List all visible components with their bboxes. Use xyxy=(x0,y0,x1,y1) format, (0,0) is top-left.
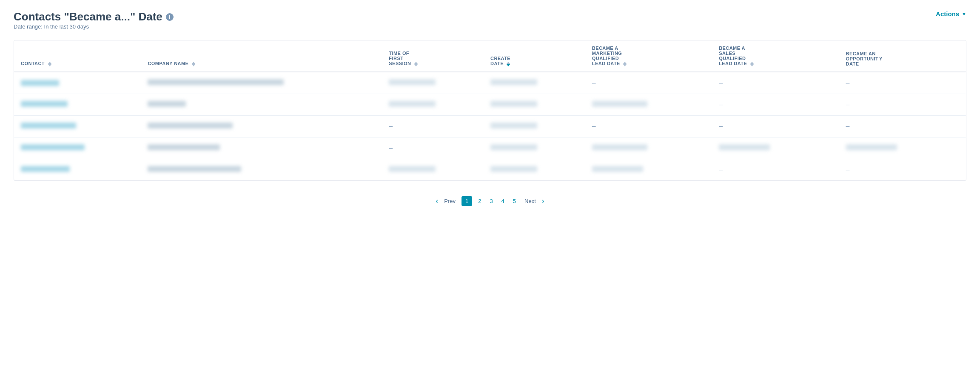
sql-cell: – xyxy=(712,159,839,180)
actions-chevron: ▼ xyxy=(962,11,966,17)
contact-sort-down xyxy=(48,64,51,66)
th-mql-date[interactable]: BECAME AMARKETINGQUALIFIEDLEAD DATE xyxy=(585,40,712,72)
sql-cell: – xyxy=(712,72,839,94)
th-contact[interactable]: CONTACT xyxy=(14,40,141,72)
contact-cell xyxy=(14,94,141,115)
actions-button[interactable]: Actions ▼ xyxy=(936,10,966,17)
page-container: Contacts "Became a..." Date i Date range… xyxy=(0,0,980,218)
company-cell xyxy=(141,94,382,115)
sql-sort-down xyxy=(750,64,754,66)
create-cell xyxy=(484,94,585,115)
table-row: – – xyxy=(14,94,966,115)
time-cell: – xyxy=(382,115,484,137)
th-time-label: TIME OFFIRSTSESSION xyxy=(389,51,411,66)
time-cell: – xyxy=(382,137,484,159)
contact-name-blurred xyxy=(21,101,68,107)
page-4-button[interactable]: 4 xyxy=(499,196,507,206)
page-5-button[interactable]: 5 xyxy=(510,196,518,206)
mql-cell: – xyxy=(585,115,712,137)
page-1-button[interactable]: 1 xyxy=(462,196,472,206)
mql-cell xyxy=(585,94,712,115)
page-title: Contacts "Became a..." Date xyxy=(14,10,162,23)
th-opp-date: BECAME ANOPPORTUNIT YDATE xyxy=(839,40,966,72)
time-cell xyxy=(382,94,484,115)
next-label[interactable]: Next xyxy=(522,196,538,206)
company-name-blurred xyxy=(148,101,186,107)
company-sort-up xyxy=(192,62,195,64)
pagination: ‹ Prev 1 2 3 4 5 Next › xyxy=(14,191,966,208)
sql-dash: – xyxy=(719,79,723,86)
mql-sort-down xyxy=(623,64,627,66)
opp-cell: – xyxy=(839,72,966,94)
sql-cell: – xyxy=(712,115,839,137)
create-blurred xyxy=(490,123,537,129)
th-time-first-session[interactable]: TIME OFFIRSTSESSION xyxy=(382,40,484,72)
company-name-blurred xyxy=(148,123,233,129)
contact-cell xyxy=(14,137,141,159)
time-sort-up xyxy=(414,62,418,64)
create-sort-up xyxy=(507,62,510,64)
time-cell xyxy=(382,72,484,94)
sql-cell xyxy=(712,137,839,159)
opp-dash: – xyxy=(846,166,850,173)
time-sort-down xyxy=(414,64,418,66)
opp-cell xyxy=(839,137,966,159)
table-row: – xyxy=(14,137,966,159)
time-sort-arrows xyxy=(414,62,418,66)
time-dash: – xyxy=(389,123,393,130)
data-table: CONTACT COMPANY NAME xyxy=(14,40,966,180)
company-name-blurred xyxy=(148,79,284,85)
company-sort-down xyxy=(192,64,195,66)
prev-label[interactable]: Prev xyxy=(442,196,458,206)
company-name-blurred xyxy=(148,166,241,172)
sql-blurred xyxy=(719,144,770,150)
opp-dash: – xyxy=(846,79,850,86)
time-cell xyxy=(382,159,484,180)
table-header-row: CONTACT COMPANY NAME xyxy=(14,40,966,72)
mql-blurred xyxy=(592,166,643,172)
company-name-blurred xyxy=(148,144,220,150)
sql-dash: – xyxy=(719,166,723,173)
opp-dash: – xyxy=(846,101,850,108)
opp-cell: – xyxy=(839,94,966,115)
contact-sort-arrows xyxy=(48,62,51,66)
page-3-button[interactable]: 3 xyxy=(487,196,495,206)
contact-cell xyxy=(14,159,141,180)
mql-sort-up xyxy=(623,62,627,64)
mql-dash: – xyxy=(592,123,596,130)
create-cell xyxy=(484,72,585,94)
th-opp-label: BECAME ANOPPORTUNIT YDATE xyxy=(846,51,883,66)
company-cell xyxy=(141,137,382,159)
mql-cell: – xyxy=(585,72,712,94)
create-sort-down xyxy=(507,64,510,66)
th-sql-label: BECAME ASALESQUALIFIEDLEAD DATE xyxy=(719,46,747,66)
sql-cell: – xyxy=(712,94,839,115)
opp-blurred xyxy=(846,144,897,150)
time-blurred xyxy=(389,79,436,85)
sql-dash: – xyxy=(719,123,723,130)
th-create-date[interactable]: CREATEDATE xyxy=(484,40,585,72)
info-icon[interactable]: i xyxy=(166,13,174,21)
mql-cell xyxy=(585,159,712,180)
header-row: Contacts "Became a..." Date i Date range… xyxy=(14,10,966,38)
company-cell xyxy=(141,72,382,94)
next-nav-button[interactable]: › xyxy=(542,197,544,206)
th-company-label: COMPANY NAME xyxy=(148,61,188,66)
title-group: Contacts "Became a..." Date i Date range… xyxy=(14,10,174,38)
create-cell xyxy=(484,159,585,180)
page-2-button[interactable]: 2 xyxy=(476,196,484,206)
contact-name-blurred xyxy=(21,166,70,172)
mql-dash: – xyxy=(592,79,596,86)
contact-name-blurred xyxy=(21,80,59,86)
contact-sort-up xyxy=(48,62,51,64)
opp-cell: – xyxy=(839,115,966,137)
th-mql-label: BECAME AMARKETINGQUALIFIEDLEAD DATE xyxy=(592,46,622,66)
time-dash: – xyxy=(389,144,393,152)
create-sort-arrows xyxy=(507,62,510,66)
contact-cell xyxy=(14,115,141,137)
prev-nav-button[interactable]: ‹ xyxy=(436,197,438,206)
mql-sort-arrows xyxy=(623,62,627,66)
company-sort-arrows xyxy=(192,62,195,66)
th-sql-date[interactable]: BECAME ASALESQUALIFIEDLEAD DATE xyxy=(712,40,839,72)
th-company[interactable]: COMPANY NAME xyxy=(141,40,382,72)
